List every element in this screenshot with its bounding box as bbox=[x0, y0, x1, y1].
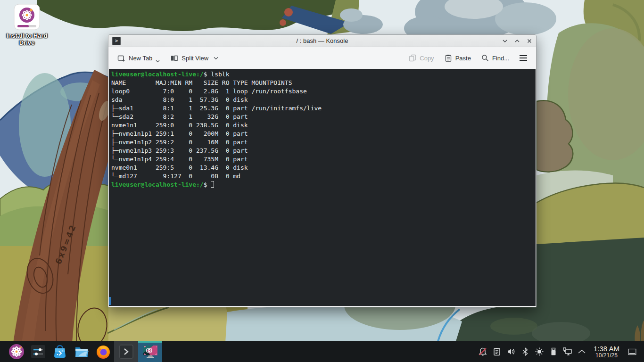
chevron-up-icon bbox=[578, 349, 586, 354]
scrollbar-indicator[interactable] bbox=[109, 297, 111, 305]
terminal-line: ├─nvme1n1p3 259:3 0 237.5G 0 part bbox=[111, 147, 536, 155]
tray-expander-button[interactable] bbox=[576, 341, 588, 362]
usb-device-icon bbox=[549, 347, 558, 356]
discover-icon bbox=[52, 344, 68, 360]
konsole-window: > / : bash — Konsole New Tab Split View bbox=[108, 34, 537, 307]
split-view-button[interactable]: Split View bbox=[166, 50, 223, 66]
copy-icon bbox=[409, 54, 416, 62]
taskbar-discover-button[interactable] bbox=[49, 341, 71, 362]
fedora-launcher-icon bbox=[8, 343, 25, 360]
paste-button[interactable]: Paste bbox=[440, 50, 475, 66]
maximize-icon[interactable] bbox=[514, 38, 520, 44]
app-launcher-button[interactable] bbox=[6, 341, 27, 362]
system-settings-icon bbox=[30, 344, 46, 360]
clipboard-icon bbox=[492, 347, 502, 356]
menu-button[interactable] bbox=[515, 50, 531, 66]
terminal-line: └─md127 9:127 0 0B 0 md bbox=[111, 172, 536, 181]
window-title: / : bash — Konsole bbox=[108, 37, 536, 44]
terminal-line: ├─nvme1n1p2 259:2 0 16M 0 part bbox=[111, 138, 536, 147]
terminal-line: └─nvme1n1p4 259:4 0 735M 0 part bbox=[111, 155, 536, 164]
clock-time: 1:38 AM bbox=[594, 345, 619, 353]
bell-dnd-icon bbox=[478, 347, 487, 356]
taskbar-files-button[interactable] bbox=[71, 341, 92, 362]
find-button[interactable]: Find... bbox=[477, 50, 513, 66]
toolbar: New Tab Split View Copy Paste Find... bbox=[108, 47, 536, 69]
close-icon[interactable] bbox=[527, 38, 532, 44]
terminal-line: └─sda2 8:2 1 32G 0 part bbox=[111, 113, 536, 121]
search-icon bbox=[481, 54, 489, 62]
paste-icon bbox=[445, 54, 452, 62]
new-tab-icon bbox=[117, 54, 125, 62]
task-spectacle[interactable] bbox=[138, 341, 162, 362]
desktop: 6x9=42 bbox=[0, 0, 644, 362]
firefox-icon bbox=[95, 344, 111, 360]
system-tray: 1:38 AM 10/21/25 bbox=[477, 341, 644, 362]
hamburger-icon bbox=[519, 55, 528, 61]
terminal-line: sda 8:0 1 57.3G 0 disk bbox=[111, 96, 536, 104]
network-button[interactable] bbox=[561, 341, 574, 362]
chevron-down-icon bbox=[214, 57, 218, 60]
terminal-line: ├─nvme1n1p1 259:1 0 200M 0 part bbox=[111, 130, 536, 138]
terminal-line: NAME MAJ:MIN RM SIZE RO TYPE MOUNTPOINTS bbox=[111, 79, 536, 87]
task-konsole[interactable] bbox=[114, 341, 138, 362]
terminal-output: liveuser@localhost-live:/$ lsblkNAME MAJ… bbox=[111, 70, 536, 189]
show-desktop-button[interactable] bbox=[625, 341, 639, 362]
terminal-line: ├─sda1 8:1 1 25.3G 0 part /run/initramfs… bbox=[111, 104, 536, 113]
network-icon bbox=[562, 347, 573, 356]
taskbar-firefox-button[interactable] bbox=[92, 341, 114, 362]
clock[interactable]: 1:38 AM 10/21/25 bbox=[590, 345, 623, 358]
brightness-sun-icon bbox=[535, 347, 544, 356]
removable-device-button[interactable] bbox=[547, 341, 560, 362]
dolphin-folder-icon bbox=[74, 344, 90, 360]
brightness-button[interactable] bbox=[533, 341, 545, 362]
terminal[interactable]: liveuser@localhost-live:/$ lsblkNAME MAJ… bbox=[109, 69, 536, 306]
copy-button[interactable]: Copy bbox=[405, 50, 438, 66]
clipboard-button[interactable] bbox=[491, 341, 503, 362]
split-view-icon bbox=[170, 54, 178, 62]
terminal-line: nvme1n1 259:0 0 238.5G 0 disk bbox=[111, 121, 536, 130]
show-desktop-icon bbox=[628, 347, 636, 356]
desktop-icon-label: Install to Hard Drive bbox=[6, 32, 48, 46]
notifications-dnd-button[interactable] bbox=[477, 341, 489, 362]
taskbar-settings-button[interactable] bbox=[27, 341, 49, 362]
terminal-line: loop0 7:0 0 2.8G 1 loop /run/rootfsbase bbox=[111, 87, 536, 96]
clock-date: 10/21/25 bbox=[594, 353, 619, 359]
bluetooth-icon bbox=[520, 347, 530, 356]
new-tab-button[interactable]: New Tab bbox=[113, 50, 164, 66]
taskbar: 1:38 AM 10/21/25 bbox=[0, 341, 644, 362]
konsole-icon bbox=[118, 344, 134, 360]
konsole-app-icon: > bbox=[112, 37, 121, 45]
volume-button[interactable] bbox=[505, 341, 517, 362]
terminal-line: nvme0n1 259:5 0 13.4G 0 disk bbox=[111, 164, 536, 172]
installer-icon bbox=[14, 4, 40, 30]
desktop-icon-install[interactable]: Install to Hard Drive bbox=[6, 4, 48, 46]
terminal-line: liveuser@localhost-live:/$ bbox=[111, 181, 536, 189]
bluetooth-button[interactable] bbox=[519, 341, 531, 362]
terminal-cursor bbox=[211, 181, 214, 188]
terminal-line: liveuser@localhost-live:/$ lsblk bbox=[111, 70, 536, 79]
minimize-icon[interactable] bbox=[502, 38, 508, 44]
speaker-icon bbox=[506, 347, 516, 356]
spectacle-icon bbox=[142, 344, 159, 360]
titlebar[interactable]: > / : bash — Konsole bbox=[108, 35, 536, 47]
chevron-down-icon bbox=[156, 60, 160, 63]
